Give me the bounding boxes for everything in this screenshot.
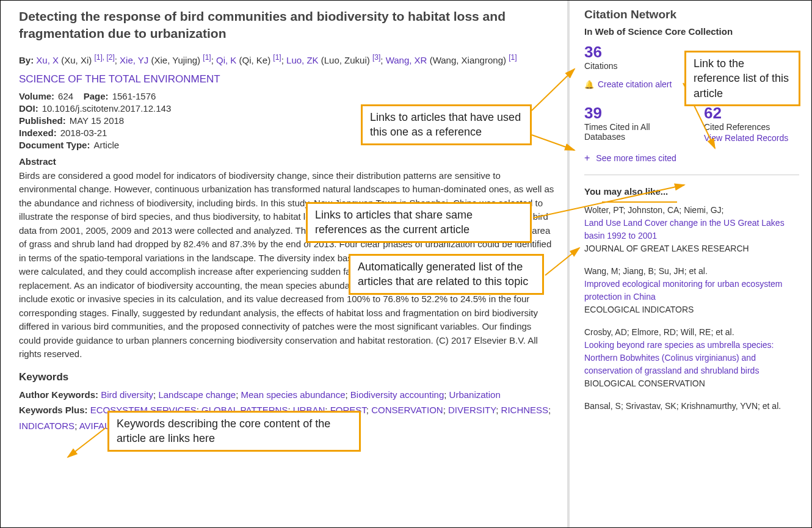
recommendation-item: Wang, M; Jiang, B; Su, JH; et al.Improve… [584, 265, 799, 316]
rec-authors: Bansal, S; Srivastav, SK; Krishnamurthy,… [584, 400, 799, 413]
keyword-plus-link[interactable]: INDICATORS [19, 421, 74, 431]
bell-icon [584, 79, 594, 89]
affiliation-link[interactable]: [1] [509, 53, 517, 62]
keywords-heading: Keywords [19, 371, 555, 383]
recommendation-item: Bansal, S; Srivastav, SK; Krishnamurthy,… [584, 400, 799, 413]
keyword-link[interactable]: Landscape change [158, 389, 236, 400]
rec-title-link[interactable]: Improved ecological monitoring for urban… [584, 278, 799, 303]
rec-title-link[interactable]: Looking beyond rare species as umbrella … [584, 339, 799, 377]
you-may-also-like-heading: You may also like... [584, 186, 799, 197]
rec-journal: BIOLOGICAL CONSERVATION [584, 377, 799, 390]
sidebar-heading: Citation Network [584, 8, 799, 21]
plus-icon: + [584, 153, 590, 164]
callout-auto-related: Automatically generated list of the arti… [349, 254, 544, 295]
affiliation-link[interactable]: [3] [372, 53, 380, 62]
callout-citations: Links to articles that have used this on… [361, 104, 532, 145]
author-link[interactable]: Luo, ZK [286, 55, 319, 65]
recommendation-item: Crosby, AD; Elmore, RD; Will, RE; et al.… [584, 326, 799, 390]
rec-title-link[interactable]: Land Use Land Cover change in the US Gre… [584, 217, 799, 242]
author-link[interactable]: Xu, X [36, 55, 59, 65]
rec-authors: Crosby, AD; Elmore, RD; Will, RE; et al. [584, 326, 799, 339]
author-keywords: Author Keywords: Bird diversity; Landsca… [19, 387, 555, 403]
sidebar-sub: In Web of Science Core Collection [584, 26, 799, 37]
volume-page: Volume:624 Page:1561-1576 [19, 91, 555, 101]
article-title: Detecting the response of bird communiti… [19, 8, 555, 43]
keyword-link[interactable]: Biodiversity accounting [350, 389, 444, 400]
recommendation-item: Wolter, PT; Johnston, CA; Niemi, GJ;Land… [584, 204, 799, 255]
author-link[interactable]: Wang, XR [386, 55, 427, 65]
affiliation-link[interactable]: [1], [2] [94, 53, 114, 62]
keyword-link[interactable]: Mean species abundance [241, 389, 346, 400]
keyword-link[interactable]: Urbanization [449, 389, 501, 400]
callout-related-refs: Links to articles that share same refere… [306, 202, 532, 243]
abstract-heading: Abstract [19, 156, 555, 167]
by-label: By: [19, 55, 34, 65]
keyword-plus-link[interactable]: DIVERSITY [448, 405, 496, 415]
affiliation-link[interactable]: [1] [203, 53, 211, 62]
author-link[interactable]: Xie, YJ [120, 55, 148, 65]
callout-keywords: Keywords describing the core content of … [107, 411, 361, 452]
rec-journal: ECOLOGICAL INDICATORS [584, 303, 799, 316]
rec-authors: Wolter, PT; Johnston, CA; Niemi, GJ; [584, 204, 799, 217]
keyword-plus-link[interactable]: CONSERVATION [371, 405, 443, 415]
affiliation-link[interactable]: [1] [273, 53, 281, 62]
byline: By: Xu, X (Xu, Xi) [1], [2]; Xie, YJ (Xi… [19, 50, 555, 70]
times-cited-link[interactable]: 39 Times Cited in All Databases [584, 105, 680, 143]
callout-reference-list: Link to the reference list of this artic… [684, 51, 800, 106]
cited-references-link[interactable]: 62 Cited References [704, 105, 799, 132]
keyword-link[interactable]: Bird diversity [101, 389, 153, 400]
rec-authors: Wang, M; Jiang, B; Su, JH; et al. [584, 265, 799, 278]
journal-link[interactable]: SCIENCE OF THE TOTAL ENVIRONMENT [19, 73, 220, 85]
rec-journal: JOURNAL OF GREAT LAKES RESEARCH [584, 242, 799, 255]
view-related-records-link[interactable]: View Related Records [704, 133, 788, 143]
divider [584, 175, 799, 175]
keyword-plus-link[interactable]: RICHNESS [501, 405, 549, 415]
see-more-times-cited-link[interactable]: + See more times cited [584, 153, 799, 164]
author-link[interactable]: Qi, K [216, 55, 236, 65]
